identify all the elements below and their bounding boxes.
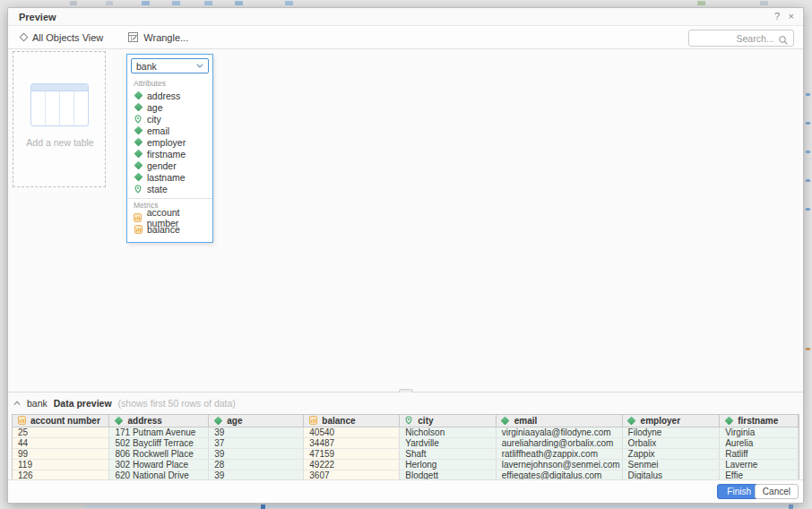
column-header-account-number[interactable]: account number (13, 415, 109, 427)
field-item-gender[interactable]: gender (127, 160, 212, 171)
metric-icon (17, 416, 26, 425)
add-table-label: Add a new table (13, 137, 107, 148)
dataset-field-panel: bank Attributes addressagecityemailemplo… (126, 54, 213, 243)
table-row: 25171 Putnam Avenue3940540Nicholsonvirgi… (13, 427, 799, 437)
background-artifact (235, 1, 243, 5)
data-preview-header: bank Data preview (shows first 50 rows o… (13, 398, 236, 409)
field-item-state[interactable]: state (127, 183, 212, 194)
column-header-balance[interactable]: balance (304, 415, 400, 427)
background-artifact (106, 1, 113, 5)
column-header-label: email (514, 416, 538, 426)
preview-section-title: Data preview (54, 398, 112, 409)
cell: 47159 (304, 448, 400, 459)
geo-pin-icon (404, 416, 413, 425)
field-item-employer[interactable]: employer (127, 136, 212, 148)
background-artifact (806, 93, 810, 96)
field-label: state (147, 184, 168, 194)
cell: Yardville (400, 437, 496, 448)
cell: 49222 (304, 459, 400, 470)
cell: 39 (209, 448, 304, 459)
column-header-label: age (227, 416, 242, 426)
background-artifact (172, 1, 180, 5)
editor-canvas: Add a new table bank Attributes addressa… (8, 49, 803, 392)
field-item-age[interactable]: age (127, 101, 212, 113)
cell: Filodyne (622, 427, 720, 437)
attribute-diamond-icon (134, 151, 143, 157)
cell: Zappix (622, 448, 720, 459)
data-preview-table: account numberaddressagebalancecityemail… (13, 415, 799, 481)
header-row: account numberaddressagebalancecityemail… (13, 415, 799, 427)
cell: Herlong (400, 459, 496, 470)
add-new-table-dropzone[interactable]: Add a new table (13, 51, 106, 187)
toolbar: All Objects View Wrangle... (8, 26, 803, 49)
close-icon[interactable]: × (789, 11, 794, 22)
cell: 37 (209, 437, 304, 448)
search-input[interactable] (689, 33, 812, 44)
attribute-diamond-icon (213, 418, 222, 424)
column-header-city[interactable]: city (400, 415, 496, 427)
table-placeholder-icon (30, 83, 89, 126)
column-header-label: city (418, 416, 433, 426)
field-label: city (147, 114, 161, 125)
cell: lavernejohnson@senmei.com (496, 459, 622, 470)
field-item-account-number[interactable]: account number (127, 211, 212, 223)
column-header-age[interactable]: age (209, 415, 304, 427)
collapse-icon[interactable] (13, 401, 21, 406)
cell: 44 (13, 437, 109, 448)
diamond-outline-icon (20, 33, 29, 42)
field-label: age (147, 102, 163, 113)
table-row: 119302 Howard Place2849222Herlonglaverne… (13, 459, 799, 470)
cell: 302 Howard Place (109, 459, 209, 470)
field-label: balance (147, 224, 180, 235)
cell: Laverne (720, 459, 799, 470)
preview-table-name: bank (27, 398, 48, 409)
background-artifact (806, 179, 810, 182)
column-header-label: firstname (738, 416, 778, 426)
field-item-address[interactable]: address (127, 90, 212, 101)
cell: 171 Putnam Avenue (109, 427, 209, 437)
field-item-email[interactable]: email (127, 125, 212, 136)
background-artifact (85, 505, 798, 508)
cell: 99 (13, 448, 109, 459)
data-preview-section: bank Data preview (shows first 50 rows o… (8, 393, 803, 481)
column-header-label: address (127, 416, 161, 426)
cancel-button[interactable]: Cancel (755, 484, 799, 499)
background-artifact (697, 1, 705, 5)
help-icon[interactable]: ? (774, 11, 780, 22)
screen: Preview ? × All Objects View Wrangle... (0, 0, 812, 509)
preview-note: (shows first 50 rows of data) (118, 398, 236, 409)
all-objects-view-button[interactable]: All Objects View (21, 32, 103, 43)
preview-dialog: Preview ? × All Objects View Wrangle... (7, 7, 804, 504)
background-artifact (789, 505, 793, 509)
background-artifact (806, 348, 810, 350)
attribute-diamond-icon (724, 418, 733, 424)
table-row: 44502 Baycliff Terrace3734487Yardvilleau… (13, 437, 799, 448)
background-artifact (806, 208, 810, 211)
metric-icon (134, 225, 143, 234)
field-list-metrics: account numberbalance (127, 211, 212, 235)
column-header-email[interactable]: email (496, 415, 622, 427)
field-item-firstname[interactable]: firstname (127, 148, 212, 160)
dataset-select[interactable]: bank (131, 58, 209, 73)
attribute-diamond-icon (134, 127, 143, 134)
geo-pin-icon (134, 185, 143, 194)
background-artifact (806, 151, 810, 153)
column-header-label: employer (641, 416, 680, 426)
field-list-attributes: addressagecityemailemployerfirstnamegend… (127, 90, 212, 194)
field-item-lastname[interactable]: lastname (127, 171, 212, 183)
cell: 34487 (304, 437, 400, 448)
field-item-city[interactable]: city (127, 113, 212, 125)
background-artifact (204, 1, 212, 5)
wrangle-label: Wrangle... (143, 32, 188, 43)
background-artifact (70, 1, 77, 5)
column-header-firstname[interactable]: firstname (720, 415, 799, 427)
cell: Shaft (400, 448, 496, 459)
column-header-employer[interactable]: employer (622, 415, 720, 427)
field-label: firstname (147, 149, 186, 160)
wrangle-button[interactable]: Wrangle... (128, 32, 188, 43)
attribute-diamond-icon (134, 92, 143, 99)
field-label: gender (147, 160, 177, 171)
field-label: employer (147, 137, 186, 148)
attribute-diamond-icon (627, 418, 636, 424)
column-header-address[interactable]: address (109, 415, 209, 427)
